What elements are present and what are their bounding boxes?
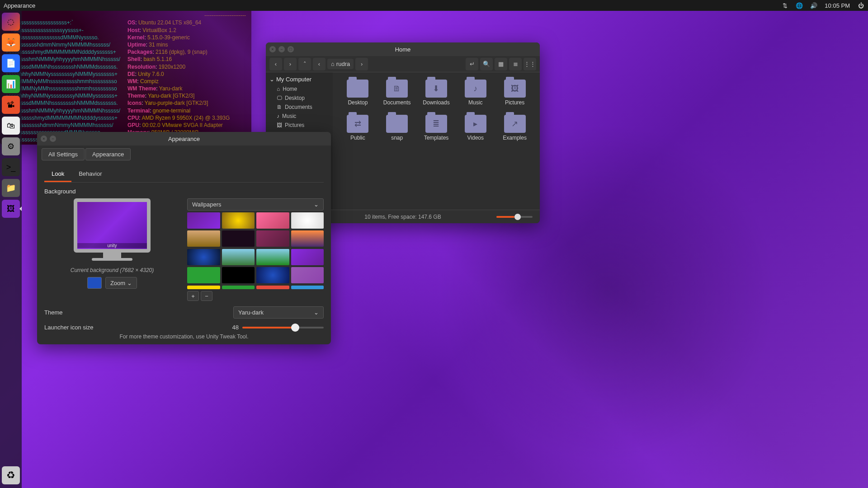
- tab-look[interactable]: Look: [44, 167, 71, 182]
- wallpaper-thumb[interactable]: [291, 286, 324, 289]
- scaling-mode-combo[interactable]: Zoom ⌄: [105, 277, 137, 289]
- window-title: Home: [266, 46, 540, 53]
- wallpaper-thumb[interactable]: [256, 212, 289, 229]
- wallpaper-thumb[interactable]: [187, 212, 220, 229]
- folder-music[interactable]: ♪Music: [458, 80, 493, 106]
- zoom-slider[interactable]: [496, 216, 533, 218]
- chevron-down-icon: ⌄: [127, 280, 132, 286]
- launcher-trash[interactable]: ♻: [2, 466, 20, 484]
- wallpaper-thumb[interactable]: [222, 249, 255, 265]
- search-button[interactable]: 🔍: [480, 58, 493, 70]
- folder-icon: [347, 80, 368, 98]
- home-icon: ⌂: [331, 61, 335, 67]
- up-button[interactable]: ˄: [298, 58, 311, 70]
- wallpaper-thumb[interactable]: [222, 212, 255, 229]
- appearance-titlebar[interactable]: × − Appearance: [37, 132, 331, 145]
- list-view-button[interactable]: ≣: [509, 58, 522, 70]
- folder-snap[interactable]: snap: [379, 115, 415, 141]
- wallpaper-thumb[interactable]: [187, 249, 220, 265]
- wallpaper-thumb[interactable]: [291, 249, 324, 265]
- chevron-down-icon: ⌄: [314, 309, 319, 316]
- remove-wallpaper-button[interactable]: −: [201, 291, 212, 301]
- launcher-dock: ◌🦊📄📊📽🛍⚙>_📁🖼♻: [0, 11, 22, 488]
- launcher-item-show-apps[interactable]: ◌: [2, 13, 20, 31]
- close-icon[interactable]: ×: [41, 136, 47, 142]
- wallpaper-thumb[interactable]: [291, 212, 324, 229]
- close-icon[interactable]: ×: [269, 46, 276, 52]
- wallpaper-thumb[interactable]: [256, 249, 289, 265]
- network-icon[interactable]: ⇅: [781, 2, 788, 9]
- minimize-icon[interactable]: −: [278, 46, 285, 52]
- folder-icon: ⬇: [425, 80, 447, 98]
- wallpaper-thumb[interactable]: [291, 230, 324, 247]
- launcher-item-impress[interactable]: 📽: [2, 96, 20, 114]
- add-wallpaper-button[interactable]: +: [187, 291, 199, 301]
- theme-combo[interactable]: Yaru-dark ⌄: [233, 306, 324, 319]
- launcher-item-software[interactable]: 🛍: [2, 117, 20, 135]
- back-button[interactable]: ‹: [269, 58, 282, 70]
- launcher-item-terminal[interactable]: >_: [2, 158, 20, 176]
- language-icon[interactable]: 🌐: [796, 2, 803, 9]
- folder-pictures[interactable]: 🖼Pictures: [497, 80, 533, 106]
- launcher-item-files[interactable]: 📁: [2, 179, 20, 197]
- launcher-item-settings[interactable]: ⚙: [2, 137, 20, 155]
- sidebar-item-home[interactable]: ⌂Home: [266, 84, 333, 94]
- wallpaper-preview: unity: [74, 198, 151, 253]
- appearance-window: × − Appearance All Settings Appearance L…: [37, 132, 331, 344]
- tweak-tool-hint: For more theme customization, use Unity …: [44, 333, 324, 340]
- wallpaper-thumb[interactable]: [222, 267, 255, 283]
- folder-examples[interactable]: ↗Examples: [497, 115, 533, 141]
- folder-desktop[interactable]: Desktop: [340, 80, 376, 106]
- wallpaper-grid: [187, 212, 324, 289]
- nautilus-file-grid[interactable]: Desktop🗎Documents⬇Downloads♪Music🖼Pictur…: [333, 72, 540, 210]
- folder-icon: 🗎: [386, 80, 408, 98]
- current-background-label: Current background (7682 × 4320): [71, 267, 154, 273]
- wallpaper-thumb[interactable]: [187, 267, 220, 283]
- sidebar-item-desktop[interactable]: 🖵Desktop: [266, 94, 333, 103]
- path-forward-button[interactable]: ›: [355, 58, 368, 70]
- grid-view-button[interactable]: ▦: [495, 58, 507, 70]
- launcher-item-firefox[interactable]: 🦊: [2, 33, 20, 52]
- tab-behavior[interactable]: Behavior: [71, 167, 109, 182]
- all-settings-button[interactable]: All Settings: [42, 148, 85, 160]
- folder-templates[interactable]: ≣Templates: [419, 115, 454, 141]
- toggle-location-button[interactable]: ↵: [466, 58, 478, 70]
- folder-documents[interactable]: 🗎Documents: [379, 80, 415, 106]
- nautilus-titlebar[interactable]: × − □ Home: [266, 42, 540, 56]
- wallpaper-thumb[interactable]: [256, 230, 289, 247]
- minimize-icon[interactable]: −: [50, 136, 56, 142]
- maximize-icon[interactable]: □: [288, 46, 294, 52]
- sidebar-group-computer[interactable]: ⌄ My Computer: [266, 74, 333, 84]
- appearance-button[interactable]: Appearance: [85, 148, 131, 160]
- sidebar-item-documents[interactable]: 🗎Documents: [266, 103, 333, 112]
- wallpaper-thumb[interactable]: [256, 267, 289, 283]
- volume-icon[interactable]: 🔊: [810, 2, 817, 9]
- launcher-item-writer[interactable]: 📄: [2, 54, 20, 72]
- wallpaper-thumb[interactable]: [256, 286, 289, 289]
- wallpaper-thumb[interactable]: [222, 230, 255, 247]
- active-app-menu[interactable]: Appearance: [4, 2, 35, 9]
- compact-view-button[interactable]: ⋮⋮: [524, 58, 536, 70]
- pathbar[interactable]: ⌂ rudra: [327, 59, 354, 69]
- wallpaper-thumb[interactable]: [222, 286, 255, 289]
- background-color-picker[interactable]: [87, 277, 102, 289]
- launcher-item-appearance[interactable]: 🖼: [2, 200, 20, 218]
- clock[interactable]: 10:05 PM: [825, 2, 850, 9]
- folder-downloads[interactable]: ⬇Downloads: [419, 80, 454, 106]
- wallpaper-source-combo[interactable]: Wallpapers ⌄: [187, 198, 324, 211]
- wallpaper-thumb[interactable]: [187, 230, 220, 247]
- folder-public[interactable]: ⇄Public: [340, 115, 376, 141]
- wallpaper-thumb[interactable]: [187, 286, 220, 289]
- folder-icon: ⇄: [347, 115, 368, 133]
- power-icon[interactable]: ⏻: [857, 2, 864, 9]
- forward-button[interactable]: ›: [284, 58, 297, 70]
- launcher-size-slider[interactable]: [242, 327, 324, 328]
- sidebar-item-music[interactable]: ♪Music: [266, 112, 333, 121]
- path-back-button[interactable]: ‹: [313, 58, 326, 70]
- sidebar-item-pictures[interactable]: 🖼Pictures: [266, 121, 333, 130]
- folder-videos[interactable]: ▸Videos: [458, 115, 493, 141]
- chevron-down-icon: ⌄: [314, 201, 319, 208]
- wallpaper-thumb[interactable]: [291, 267, 324, 283]
- launcher-item-calc[interactable]: 📊: [2, 75, 20, 93]
- window-title: Appearance: [37, 136, 331, 142]
